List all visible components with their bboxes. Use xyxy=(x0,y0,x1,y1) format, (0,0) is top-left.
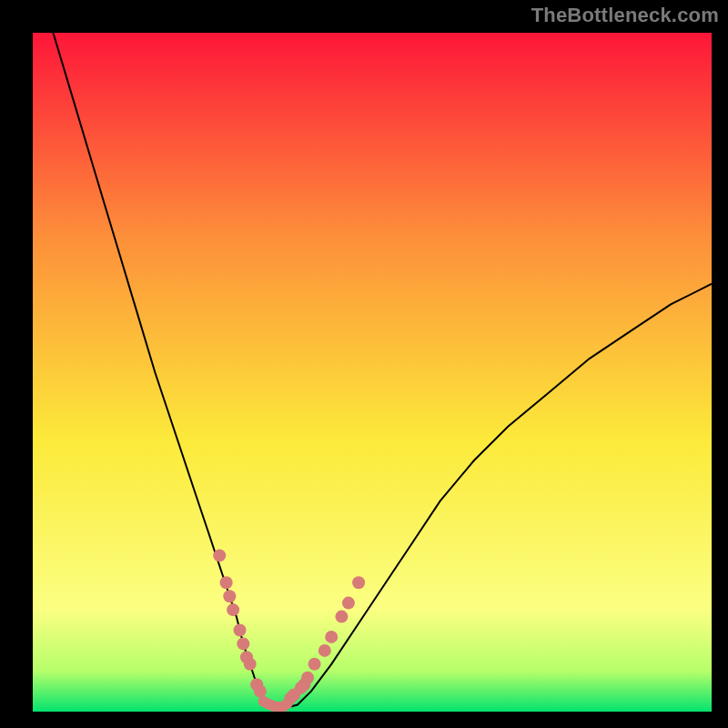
marker-dot xyxy=(301,672,314,684)
marker-dot xyxy=(244,658,257,671)
marker-dot xyxy=(325,631,338,643)
marker-dot xyxy=(223,590,236,602)
marker-dot xyxy=(318,644,331,657)
marker-dot xyxy=(352,576,365,589)
marker-dot xyxy=(254,685,267,698)
marker-dot xyxy=(237,637,249,650)
marker-dot xyxy=(308,658,321,671)
plot-area xyxy=(33,33,712,712)
marker-dot xyxy=(282,698,293,709)
watermark-text: TheBottleneck.com xyxy=(531,4,719,27)
marker-dot xyxy=(234,624,247,637)
marker-dot xyxy=(335,611,348,623)
gradient-background xyxy=(33,33,712,712)
marker-dot xyxy=(213,549,226,561)
chart-container: TheBottleneck.com xyxy=(0,0,728,728)
marker-dot xyxy=(342,597,355,610)
marker-dot xyxy=(220,576,233,589)
marker-dot xyxy=(227,603,239,616)
chart-svg xyxy=(33,33,712,712)
